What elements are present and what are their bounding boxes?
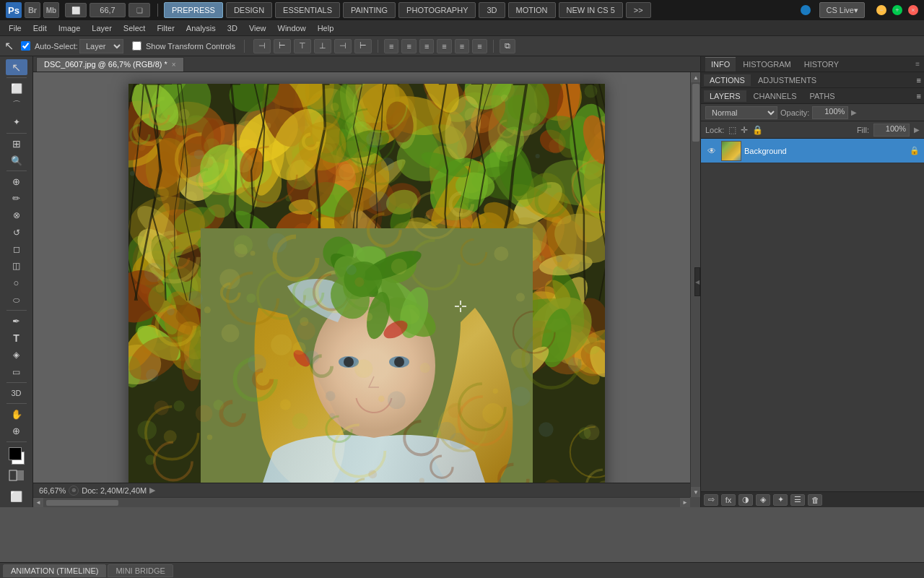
show-transform-checkbox[interactable] (132, 41, 141, 51)
workspace-new-cs5[interactable]: NEW IN CS 5 (559, 2, 623, 18)
cslive-button[interactable]: CS Live▾ (819, 2, 865, 18)
menu-analysis[interactable]: Analysis (180, 22, 222, 34)
workspace-photography[interactable]: PHOTOGRAPHY (398, 2, 476, 18)
layer-visibility-icon[interactable]: 👁 (705, 144, 718, 158)
tab-adjustments[interactable]: ADJUSTMENTS (752, 74, 822, 86)
hscroll-thumb[interactable] (46, 500, 118, 506)
lock-position-icon[interactable]: ✛ (741, 125, 748, 135)
menu-3d[interactable]: 3D (222, 22, 243, 34)
tab-info[interactable]: INFO (705, 57, 736, 72)
opacity-value[interactable]: 100% (812, 106, 848, 119)
eraser-tool[interactable]: ◻ (6, 241, 27, 257)
horizontal-scrollbar[interactable]: ◄ ► (33, 497, 690, 507)
menu-help[interactable]: Help (312, 22, 340, 34)
menu-image[interactable]: Image (53, 22, 87, 34)
healing-brush-tool[interactable]: ⊕ (6, 173, 27, 189)
workspace-essentials[interactable]: ESSENTIALS (275, 2, 340, 18)
lock-all-icon[interactable]: 🔒 (752, 125, 763, 135)
history-brush-tool[interactable]: ↺ (6, 224, 27, 240)
blur-tool[interactable]: ○ (6, 275, 27, 291)
crop-tool[interactable]: ⊞ (6, 135, 27, 151)
maximize-button[interactable]: + (892, 5, 902, 15)
distribute-horizontal[interactable]: ≡ (455, 39, 469, 53)
arrange-windows-btn[interactable]: ❏ (128, 3, 150, 17)
hand-tool[interactable]: ✋ (6, 406, 27, 422)
blend-mode-select[interactable]: Normal Dissolve Multiply Screen Overlay (705, 106, 777, 119)
right-panel-collapse[interactable]: ◀ (694, 267, 700, 296)
delete-layer-btn[interactable]: 🗑 (808, 494, 822, 506)
add-mask-btn[interactable]: ◑ (738, 494, 753, 506)
close-button[interactable]: × (908, 5, 918, 15)
fill-value[interactable]: 100% (873, 124, 910, 137)
lock-pixels-icon[interactable]: ⬚ (728, 125, 736, 135)
layers-menu-icon[interactable]: ≡ (917, 92, 921, 100)
panel-menu-icon[interactable]: ≡ (915, 60, 920, 68)
workspace-painting[interactable]: PAINTING (343, 2, 396, 18)
status-arrow[interactable]: ▶ (149, 486, 155, 495)
workspace-more[interactable]: >> (626, 2, 651, 18)
canvas-tab-active[interactable]: DSC_0607.jpg @ 66,7% (RGB/8) * × (36, 57, 184, 72)
tab-paths[interactable]: PATHS (804, 90, 841, 102)
distribute-left[interactable]: ≡ (437, 39, 451, 53)
workspace-3d[interactable]: 3D (479, 2, 505, 18)
menu-select[interactable]: Select (118, 22, 152, 34)
vscroll-down-arrow[interactable]: ▼ (691, 487, 700, 497)
brush-tool[interactable]: ✏ (6, 191, 27, 207)
3d-tool[interactable]: 3D (6, 385, 27, 401)
dodge-tool[interactable]: ⬭ (6, 292, 27, 308)
pen-tool[interactable]: ✒ (6, 313, 27, 329)
new-group-btn[interactable]: ✦ (773, 494, 788, 506)
tab-layers[interactable]: LAYERS (704, 90, 746, 102)
layer-background[interactable]: 👁 Background 🔒 (701, 139, 924, 163)
magic-wand-tool[interactable]: ✦ (6, 114, 27, 130)
align-left-edges[interactable]: ⊥ (314, 39, 331, 53)
text-tool[interactable]: T (6, 330, 27, 346)
move-tool[interactable]: ↖ (6, 59, 27, 75)
tab-histogram[interactable]: HISTOGRAM (737, 57, 796, 72)
menu-edit[interactable]: Edit (27, 22, 53, 34)
distribute-right[interactable]: ≡ (472, 39, 487, 53)
menu-filter[interactable]: Filter (151, 22, 180, 34)
tab-actions[interactable]: ACTIONS (704, 74, 751, 86)
align-vertical-centers[interactable]: ⊢ (274, 39, 291, 53)
hscroll-left-arrow[interactable]: ◄ (33, 498, 43, 508)
color-swatches[interactable] (6, 447, 27, 465)
align-horizontal-centers[interactable]: ⊣ (334, 39, 352, 53)
br-app-icon[interactable]: Br (25, 2, 40, 18)
clone-stamp-tool[interactable]: ⊗ (6, 207, 27, 223)
arrange-layers[interactable]: ⧉ (500, 39, 515, 53)
distribute-vertical[interactable]: ≡ (401, 39, 416, 53)
screen-mode-btn2[interactable]: ⬜ (6, 488, 27, 504)
canvas-content[interactable]: ▲ ▼ (33, 72, 700, 507)
tab-mini-bridge[interactable]: MINI BRIDGE (108, 564, 173, 577)
tab-history[interactable]: HISTORY (798, 57, 845, 72)
tab-channels[interactable]: CHANNELS (748, 90, 803, 102)
gradient-tool[interactable]: ◫ (6, 258, 27, 274)
workspace-design[interactable]: DESIGN (226, 2, 272, 18)
menu-layer[interactable]: Layer (86, 22, 118, 34)
distribute-top[interactable]: ≡ (384, 39, 398, 53)
canvas-tab-close[interactable]: × (172, 61, 176, 69)
distribute-bottom[interactable]: ≡ (419, 39, 434, 53)
marquee-tool[interactable]: ⬜ (6, 80, 27, 96)
shape-tool[interactable]: ▭ (6, 364, 27, 380)
hscroll-right-arrow[interactable]: ► (680, 498, 690, 508)
vscroll-up-arrow[interactable]: ▲ (691, 72, 700, 82)
add-adjustment-btn[interactable]: ◈ (756, 494, 770, 506)
auto-select-checkbox[interactable] (21, 41, 30, 51)
workspace-motion[interactable]: MOTION (508, 2, 556, 18)
quick-mask-btn[interactable] (6, 468, 27, 484)
eyedropper-tool[interactable]: 🔍 (6, 152, 27, 168)
link-layers-btn[interactable]: ⇨ (704, 494, 718, 506)
menu-view[interactable]: View (243, 22, 272, 34)
mb-app-icon[interactable]: Mb (43, 2, 59, 18)
fill-arrow[interactable]: ▶ (914, 126, 920, 134)
workspace-prepress[interactable]: PREPRESS (164, 2, 223, 18)
align-right-edges[interactable]: ⊢ (354, 39, 372, 53)
path-select-tool[interactable]: ◈ (6, 347, 27, 363)
screen-mode-btn[interactable]: ⬜ (65, 3, 87, 17)
align-bottom-edges[interactable]: ⊤ (294, 39, 311, 53)
canvas-area[interactable]: DSC_0607.jpg @ 66,7% (RGB/8) * × (33, 56, 700, 507)
lasso-tool[interactable]: ⌒ (6, 98, 27, 113)
menu-window[interactable]: Window (272, 22, 312, 34)
